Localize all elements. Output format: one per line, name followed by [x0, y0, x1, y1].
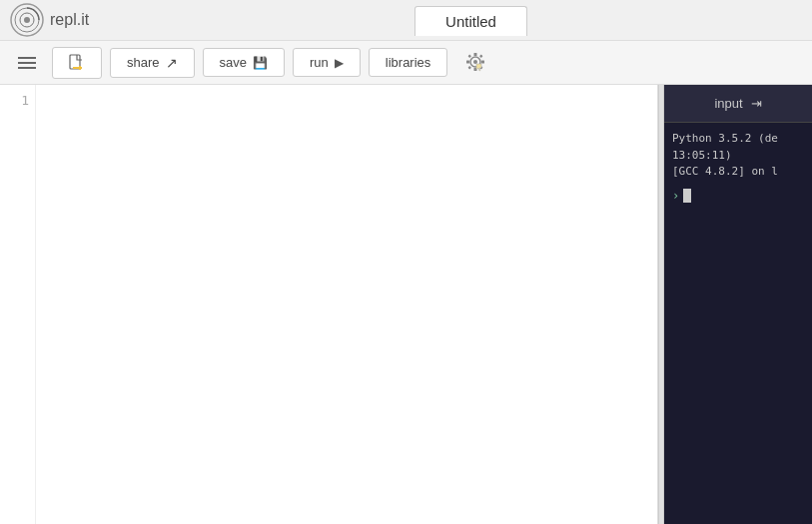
line-numbers: 1 [0, 85, 36, 524]
console-line-2: 13:05:11) [672, 148, 804, 165]
menu-button[interactable] [10, 53, 44, 73]
save-button[interactable]: save 💾 [203, 48, 285, 77]
new-file-icon [69, 54, 85, 72]
editor-area: 1 [0, 85, 658, 524]
svg-rect-9 [474, 53, 477, 56]
run-icon: ▶ [335, 56, 344, 70]
svg-rect-4 [70, 55, 80, 69]
svg-rect-12 [481, 60, 484, 63]
libraries-button[interactable]: libraries [369, 48, 448, 77]
console-output: Python 3.5.2 (de 13:05:11) [GCC 4.8.2] o… [664, 123, 812, 524]
save-label: save [220, 55, 247, 70]
console-line-1: Python 3.5.2 (de [672, 131, 804, 148]
toolbar: share ↗ save 💾 run ▶ libraries [0, 41, 812, 85]
console-line-3: [GCC 4.8.2] on l [672, 164, 804, 181]
settings-button[interactable] [459, 47, 491, 79]
save-icon: 💾 [253, 56, 268, 70]
header: repl.it Untitled [0, 0, 812, 41]
new-file-button[interactable] [52, 47, 102, 79]
settings-gear-icon [462, 50, 488, 76]
svg-point-8 [473, 60, 477, 64]
svg-rect-14 [479, 54, 483, 58]
svg-rect-15 [468, 65, 472, 69]
main-area: 1 input ⇥ Python 3.5.2 (de 13:05:11) [GC… [0, 85, 812, 524]
title-tab[interactable]: Untitled [414, 6, 527, 36]
share-button[interactable]: share ↗ [110, 48, 195, 78]
cursor-block [683, 189, 691, 203]
run-label: run [310, 55, 329, 70]
libraries-label: libraries [386, 55, 431, 70]
editor-content[interactable] [36, 85, 657, 524]
share-label: share [127, 55, 160, 70]
input-label: input [714, 96, 742, 111]
input-bar: input ⇥ [664, 85, 812, 123]
svg-rect-13 [468, 54, 472, 58]
replit-logo-icon [10, 3, 44, 37]
title-text: Untitled [445, 13, 496, 30]
cursor-icon [476, 64, 481, 71]
logo-text: repl.it [50, 11, 89, 29]
logo-area: repl.it [10, 3, 130, 37]
share-icon: ↗ [166, 55, 178, 71]
prompt-symbol: › [672, 187, 679, 205]
input-arrow-icon: ⇥ [751, 96, 762, 111]
console-area: input ⇥ Python 3.5.2 (de 13:05:11) [GCC … [664, 85, 812, 524]
console-prompt: › [672, 187, 804, 205]
svg-rect-11 [466, 60, 469, 63]
svg-point-3 [24, 17, 30, 23]
line-number: 1 [6, 93, 29, 108]
run-button[interactable]: run ▶ [293, 48, 361, 77]
